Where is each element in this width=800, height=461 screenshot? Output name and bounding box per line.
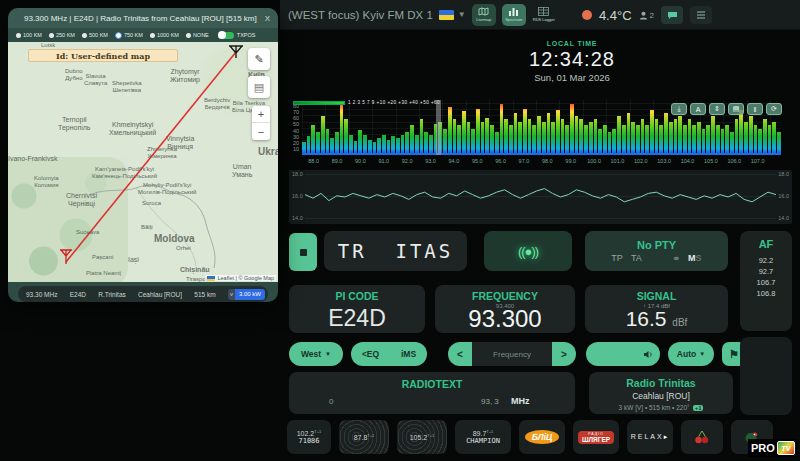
- status-power-chip: v 3.00 kW: [228, 289, 265, 300]
- range-option-500km[interactable]: 500 KM: [82, 32, 108, 38]
- volume-slider[interactable]: [586, 342, 660, 366]
- frequency-input[interactable]: [472, 342, 552, 366]
- spectrum-bar: [749, 116, 753, 153]
- spectrum-bar: [674, 119, 678, 153]
- spectrum-bar: [504, 119, 508, 153]
- spectrum-bar: [495, 132, 499, 153]
- y-tick-label: 10: [289, 146, 299, 152]
- spectrum-bar: [330, 138, 334, 153]
- spectrum-bar: [617, 116, 621, 153]
- tab-spectrum[interactable]: Spectrum: [502, 4, 526, 26]
- range-option-none[interactable]: NONE: [186, 32, 209, 38]
- map-label: Kam'yanets-Podil's'kyi Кам'янець-Подільс…: [92, 166, 157, 180]
- radio-icon: [16, 33, 21, 38]
- side-panel-empty: [740, 337, 792, 415]
- download-icon[interactable]: ⤓: [671, 103, 687, 115]
- close-icon[interactable]: X: [265, 14, 270, 23]
- local-date: Sun, 01 Mar 2026: [502, 72, 642, 83]
- preset-button-shlyager[interactable]: РАДІО ШЛЯГЕР: [573, 420, 619, 454]
- ims-toggle[interactable]: iMS: [401, 349, 416, 359]
- autoscale-icon[interactable]: A: [690, 103, 706, 115]
- zoom-out-button[interactable]: −: [252, 123, 270, 140]
- map-label: Moldova: [154, 233, 195, 245]
- signal-value: 16.5 dBf: [585, 309, 728, 332]
- range-option-1000km[interactable]: 1000 KM: [150, 32, 179, 38]
- spectrum-bar: [744, 122, 748, 153]
- draw-tool-button[interactable]: ✎: [248, 48, 270, 70]
- af-frequency[interactable]: 106.8: [740, 288, 792, 299]
- af-frequency[interactable]: 92.7: [740, 266, 792, 277]
- spectrum-analyzer[interactable]: 8070605040302010 1 2 3 5 7 9 +10 +20 +30…: [289, 98, 792, 166]
- map-label: Khmelnytskyi Хмельницький: [109, 121, 156, 137]
- tx-antenna-icon: [229, 46, 243, 58]
- preset-button-relax[interactable]: RELAX▸: [627, 420, 673, 454]
- spectrum-bar: [462, 111, 466, 153]
- range-option-100km[interactable]: 100 KM: [16, 32, 42, 38]
- chevron-down-icon[interactable]: ▼: [458, 10, 466, 19]
- txpos-toggle[interactable]: TXPOS: [218, 32, 256, 39]
- spectrum-bar: [429, 135, 433, 153]
- af-frequency[interactable]: 92.2: [740, 255, 792, 266]
- menu-button[interactable]: [690, 6, 712, 24]
- preset-button-4[interactable]: 89.7T+1 CHAMPION: [455, 420, 511, 454]
- spectrum-scale-legend: 1 2 3 5 7 9 +10 +20 +30 +40 +50 +60: [293, 100, 440, 105]
- spectrum-bar: [509, 125, 513, 153]
- auto-mode-dropdown[interactable]: Auto▼: [668, 342, 714, 366]
- preset-button-blitz[interactable]: БЛіЦ: [519, 420, 565, 454]
- range-option-750km[interactable]: 750 KM: [115, 32, 143, 39]
- spectrum-bar: [443, 129, 447, 153]
- server-title: (WEST focus) Kyiv FM DX 1: [288, 9, 433, 21]
- frequency-label: FREQUENCY: [435, 290, 575, 302]
- map-label: Lutsk: [41, 42, 55, 49]
- local-time-label: LOCAL TIME: [502, 40, 642, 47]
- resize-icon[interactable]: ⇕: [709, 103, 725, 115]
- antenna-dropdown[interactable]: West▼: [289, 342, 343, 366]
- y-tick-label: 40: [289, 128, 299, 134]
- pause-icon[interactable]: ‖: [747, 103, 763, 115]
- spectrum-bar: [514, 113, 518, 153]
- spectrum-bar: [612, 129, 616, 153]
- spectrum-bar: [401, 135, 405, 153]
- speaker-icon: [643, 350, 653, 359]
- spectrum-bar: [547, 113, 551, 153]
- tune-down-button[interactable]: <: [448, 342, 472, 366]
- preset-button-3[interactable]: 105.2T+1: [397, 420, 447, 454]
- stereo-indicator-panel[interactable]: ((●)): [484, 231, 572, 271]
- spectrum-bar: [758, 129, 762, 153]
- zoom-in-button[interactable]: +: [252, 106, 270, 123]
- chat-button[interactable]: [661, 6, 683, 24]
- eq-toggle[interactable]: <EQ: [362, 349, 379, 359]
- tune-up-button[interactable]: >: [552, 342, 576, 366]
- map-canvas[interactable]: Id: User-defined map LutskDubno ДубноSla…: [8, 42, 278, 282]
- spectrum-bar: [415, 135, 419, 153]
- tab-livemap[interactable]: Livemap: [472, 4, 496, 26]
- tab-rds-logger[interactable]: RDS Logger: [532, 4, 556, 26]
- map-label: Chișinău: [180, 266, 210, 274]
- indicator-button[interactable]: [289, 233, 317, 271]
- pro-tv-color-box: TV: [777, 441, 795, 455]
- map-label: Iași: [128, 256, 139, 264]
- preset-button-cherry[interactable]: [681, 420, 723, 454]
- status-distance: 515 km: [194, 291, 215, 298]
- spectrum-bar: [627, 113, 631, 153]
- tuned-frequency-cursor[interactable]: [436, 100, 441, 155]
- spectrum-bar: [485, 118, 489, 153]
- preset-button-1[interactable]: 102.2T+1 71086: [287, 420, 331, 454]
- spectrum-bar: [377, 138, 381, 153]
- spectrum-bar: [453, 119, 457, 153]
- layers-button[interactable]: ▤: [248, 76, 270, 98]
- preset-button-2[interactable]: 87.8T+1: [339, 420, 389, 454]
- af-frequency[interactable]: 106.7: [740, 277, 792, 288]
- graph-mode-icon[interactable]: ▤: [728, 103, 744, 115]
- spectrum-bar: [373, 142, 377, 153]
- signal-panel: SIGNAL ↑ 17.4 dBf 16.5 dBf: [585, 285, 728, 333]
- ukraine-flag-icon: [439, 10, 454, 20]
- map-label: Suceava: [76, 229, 99, 236]
- x-tick-label: 93.0: [425, 158, 436, 164]
- refresh-icon[interactable]: ⟳: [766, 103, 782, 115]
- map-label: Kolomyia Коломия: [34, 175, 59, 189]
- radio-icon: [115, 32, 122, 39]
- range-option-250km[interactable]: 250 KM: [49, 32, 75, 38]
- status-frequency: 93.30 MHz: [26, 291, 57, 298]
- y-tick-label: 30: [289, 134, 299, 140]
